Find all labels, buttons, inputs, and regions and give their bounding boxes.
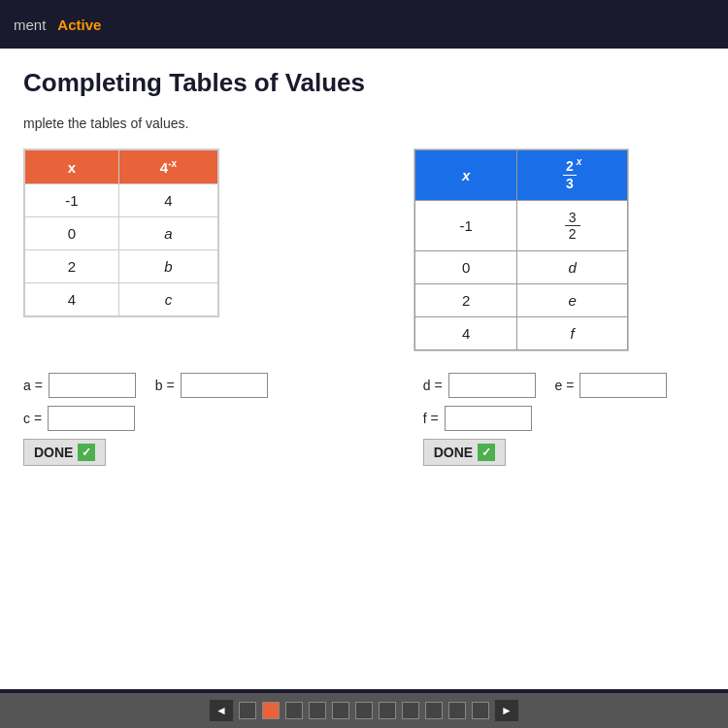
nav-dot-1[interactable] <box>262 702 280 719</box>
done1-label: DONE <box>34 445 73 460</box>
nav-dot-5[interactable] <box>355 702 373 719</box>
table2-cell-x0: -1 <box>415 200 517 251</box>
active-badge: Active <box>57 17 101 33</box>
table1-cell-x0: -1 <box>25 184 119 217</box>
bottom-nav: ◄ ► <box>0 693 728 728</box>
f-input[interactable] <box>445 406 532 431</box>
table-row: 2 e <box>415 284 628 317</box>
c-label: c = <box>23 411 42 426</box>
inputs-section: a = b = c = DONE ✓ <box>23 373 705 466</box>
done2-label: DONE <box>434 445 473 460</box>
tables-row: x 4-x -1 4 0 a <box>23 149 705 351</box>
input-group-f: f = <box>423 406 532 431</box>
table2-cell-x2: 2 <box>415 284 517 317</box>
input-row-f: f = <box>423 406 668 431</box>
nav-dot-8[interactable] <box>425 702 443 719</box>
done2-button[interactable]: DONE ✓ <box>423 439 506 466</box>
top-bar: ment Active <box>0 0 728 49</box>
input-group-b: b = <box>155 373 268 398</box>
nav-dot-3[interactable] <box>309 702 326 719</box>
table2-cell-x3: 4 <box>415 317 517 350</box>
table2-header-x: x <box>415 150 517 201</box>
table-row: -1 3 2 <box>415 200 628 251</box>
main-content: Completing Tables of Values mplete the t… <box>0 49 728 689</box>
table-row: 4 f <box>415 317 628 350</box>
nav-dot-4[interactable] <box>332 702 349 719</box>
input-group-c: c = <box>23 406 135 431</box>
table-row: 0 a <box>25 217 218 250</box>
c-input[interactable] <box>48 406 135 431</box>
nav-dot-6[interactable] <box>379 702 396 719</box>
inputs-right: d = e = f = DONE ✓ <box>423 373 668 466</box>
table1-cell-y1: a <box>118 217 217 250</box>
assignment-label: ment <box>14 17 46 33</box>
input-row-c: c = <box>23 406 268 431</box>
table2-container: x 2 3 x <box>414 149 629 351</box>
table1-cell-x1: 0 <box>25 217 119 250</box>
a-input[interactable] <box>49 373 136 398</box>
a-label: a = <box>23 378 43 393</box>
table1-header-x: x <box>25 150 119 184</box>
done1-row: DONE ✓ <box>23 439 268 466</box>
table-row: 4 c <box>25 283 218 316</box>
table2-cell-y3: f <box>517 317 628 350</box>
input-row-de: d = e = <box>423 373 668 398</box>
nav-dot-10[interactable] <box>472 702 489 719</box>
table1-header-y: 4-x <box>118 150 217 184</box>
d-input[interactable] <box>448 373 536 398</box>
table1-cell-y2: b <box>118 250 217 283</box>
done2-check-icon: ✓ <box>478 444 495 461</box>
table1-container: x 4-x -1 4 0 a <box>23 149 219 317</box>
next-button[interactable]: ► <box>495 700 518 721</box>
table1: x 4-x -1 4 0 a <box>24 149 218 316</box>
e-input[interactable] <box>579 373 667 398</box>
d-label: d = <box>423 378 443 393</box>
table1-cell-y0: 4 <box>118 184 217 217</box>
prev-button[interactable]: ◄ <box>210 700 233 721</box>
input-group-e: e = <box>555 373 668 398</box>
b-input[interactable] <box>181 373 268 398</box>
nav-dot-7[interactable] <box>402 702 419 719</box>
table1-cell-x3: 4 <box>25 283 119 316</box>
table2: x 2 3 x <box>414 149 628 350</box>
table-row: 0 d <box>415 251 628 284</box>
table-row: 2 b <box>25 250 218 283</box>
page-title: Completing Tables of Values <box>23 68 705 98</box>
table1-cell-x2: 2 <box>25 250 119 283</box>
input-group-d: d = <box>423 373 536 398</box>
done1-button[interactable]: DONE ✓ <box>23 439 106 466</box>
f-label: f = <box>423 411 439 426</box>
table2-cell-y0: 3 2 <box>517 200 628 251</box>
nav-dot-9[interactable] <box>448 702 466 719</box>
table1-cell-y3: c <box>118 283 217 316</box>
instruction: mplete the tables of values. <box>23 116 705 131</box>
table2-header-y: 2 3 x <box>517 150 628 201</box>
done2-row: DONE ✓ <box>423 439 668 466</box>
b-label: b = <box>155 378 175 393</box>
nav-dot-0[interactable] <box>239 702 256 719</box>
table-row: -1 4 <box>25 184 218 217</box>
input-group-a: a = <box>23 373 136 398</box>
table2-cell-x1: 0 <box>415 251 517 284</box>
table2-cell-y1: d <box>517 251 628 284</box>
input-row-ab: a = b = <box>23 373 268 398</box>
e-label: e = <box>555 378 575 393</box>
table2-cell-y2: e <box>517 284 628 317</box>
nav-dot-2[interactable] <box>285 702 303 719</box>
done1-check-icon: ✓ <box>78 444 95 461</box>
inputs-left: a = b = c = DONE ✓ <box>23 373 268 466</box>
